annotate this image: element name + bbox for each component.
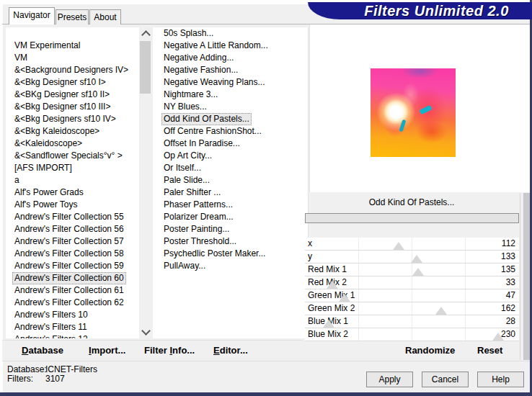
slider-row[interactable]: Green Mix 2162 — [305, 302, 519, 315]
filters-count-value: 3107 — [45, 374, 65, 384]
list-item[interactable]: Nightmare 3... — [153, 89, 308, 101]
list-item[interactable]: &<Bkg Kaleidoscope> — [6, 125, 139, 138]
list-item[interactable]: Psychedlic Poster Maker... — [153, 248, 308, 260]
list-item[interactable]: Op Art City... — [153, 150, 308, 162]
list-item[interactable]: Andrew's Filter Collection 59 — [6, 260, 139, 272]
slider-label: Red Mix 1 — [308, 264, 347, 276]
help-button[interactable]: Help — [477, 372, 524, 387]
slider-row[interactable]: Blue Mix 128 — [305, 315, 519, 328]
editor-button[interactable]: Editor... — [213, 345, 248, 356]
list-item[interactable]: VM — [6, 52, 139, 64]
list-item[interactable]: Alf's Power Grads — [6, 186, 139, 199]
list-item[interactable]: Andrew's Filter Collection 55 — [6, 211, 139, 223]
slider-thumb[interactable] — [327, 281, 338, 289]
list-item[interactable]: Phaser Patterns... — [153, 199, 308, 211]
list-item[interactable]: PullAway... — [153, 260, 308, 272]
list-item[interactable]: Polarizer Dream... — [153, 211, 308, 223]
list-item[interactable]: Negative Fashion... — [153, 64, 308, 76]
app-title: Filters Unlimited 2.0 — [364, 3, 509, 19]
list-item[interactable]: VM Experimental — [6, 40, 139, 52]
list-item[interactable]: Poster Threshold... — [153, 235, 308, 248]
slider-label: Blue Mix 2 — [308, 328, 348, 341]
list-item[interactable]: Negative Adding... — [153, 52, 308, 64]
scrollbar-thumb[interactable] — [140, 41, 151, 94]
preview-cyan-streak — [399, 120, 407, 132]
slider-list: x112y133Red Mix 1135Red Mix 233Green Mix… — [305, 238, 519, 341]
list-item[interactable]: Offset In Paradise... — [153, 138, 308, 150]
scroll-down-icon[interactable] — [141, 326, 151, 336]
list-item[interactable]: &<BKg Designer sf10 II> — [6, 89, 139, 101]
apply-button[interactable]: Apply — [366, 372, 413, 387]
filter-list[interactable]: 50s Splash...Negative A Little Random...… — [153, 27, 309, 338]
list-item[interactable]: Off Centre FashionShot... — [153, 125, 308, 138]
slider-row[interactable]: Red Mix 1135 — [305, 264, 519, 276]
list-item[interactable]: &<Background Designers IV> — [6, 64, 139, 76]
list-item[interactable]: Andrew's Filter Collection 60 — [6, 272, 139, 284]
list-item[interactable]: a — [6, 174, 139, 186]
scroll-up-icon[interactable] — [141, 30, 151, 40]
slider-row[interactable]: y133 — [305, 251, 519, 264]
list-item[interactable] — [6, 27, 139, 40]
slider-row[interactable]: Red Mix 233 — [305, 276, 519, 289]
navigator-list[interactable]: VM ExperimentalVM&<Background Designers … — [6, 27, 139, 338]
list-item[interactable]: Andrew's Filters 11 — [6, 321, 139, 333]
parameters-scrollbar[interactable] — [523, 193, 530, 360]
slider-thumb[interactable] — [393, 242, 404, 250]
cancel-button[interactable]: Cancel — [422, 372, 469, 387]
tab-presets[interactable]: Presets — [56, 9, 89, 24]
preview-cyan-streak — [420, 105, 433, 115]
list-item[interactable]: Alf's Power Toys — [6, 199, 139, 211]
navigator-scrollbar[interactable] — [139, 27, 151, 338]
list-item[interactable]: Andrew's Filters 10 — [6, 309, 139, 321]
list-item[interactable]: Pale Slide... — [153, 174, 308, 186]
filters-count-label: Filters: — [7, 374, 45, 384]
slider-value: 133 — [501, 251, 515, 263]
list-item[interactable]: Andrew's Filter Collection 58 — [6, 248, 139, 260]
list-item[interactable]: &<Kaleidoscope> — [6, 138, 139, 150]
slider-thumb[interactable] — [492, 333, 504, 341]
slider-thumb[interactable] — [412, 268, 424, 276]
progress-bar — [305, 213, 519, 223]
selected-filter-title: Odd Kind Of Pastels... — [304, 194, 519, 211]
tab-navigator[interactable]: Navigator — [9, 7, 55, 24]
filter-preview-image — [371, 68, 456, 157]
list-item[interactable]: Paler Shifter ... — [153, 186, 308, 199]
randomize-button[interactable]: Randomize — [405, 345, 455, 356]
slider-value: 33 — [506, 276, 515, 289]
page-bottom-divider — [2, 361, 530, 361]
list-item[interactable]: Andrew's Filter Collection 62 — [6, 297, 139, 309]
list-item[interactable]: &<Bkg Designer sf10 III> — [6, 101, 139, 113]
list-item[interactable]: Andrew's Filter Collection 56 — [6, 223, 139, 235]
slider-thumb[interactable] — [411, 255, 422, 263]
list-item[interactable]: Odd Kind Of Pastels... — [153, 113, 308, 125]
database-button[interactable]: Database — [22, 345, 63, 356]
reset-button[interactable]: Reset — [477, 345, 502, 356]
database-status-value: ICNET-Filters — [45, 364, 97, 374]
import-button[interactable]: Import... — [89, 345, 125, 356]
filter-info-button[interactable]: Filter Info... — [144, 345, 195, 356]
list-item[interactable]: &<Sandflower Specials°v° > — [6, 150, 139, 162]
slider-value: 135 — [501, 264, 515, 276]
slider-thumb[interactable] — [339, 294, 350, 302]
list-item[interactable]: [AFS IMPORT] — [6, 162, 139, 174]
tab-about[interactable]: About — [89, 9, 121, 24]
parameters-divider — [520, 193, 520, 360]
list-item[interactable]: Poster Painting... — [153, 223, 308, 235]
list-item[interactable]: Andrew's Filter Collection 61 — [6, 284, 139, 297]
list-item[interactable]: NY Blues... — [153, 101, 308, 113]
list-item[interactable]: 50s Splash... — [153, 27, 308, 40]
slider-row[interactable]: Green Mix 147 — [305, 289, 519, 302]
slider-row[interactable]: Blue Mix 2230 — [305, 328, 519, 341]
list-item[interactable]: Or Itself... — [153, 162, 308, 174]
slider-value: 162 — [501, 302, 515, 315]
slider-thumb[interactable] — [323, 320, 334, 328]
list-item[interactable]: Negative A Little Random... — [153, 40, 308, 52]
list-item[interactable]: &<Bkg Designers sf10 IV> — [6, 113, 139, 125]
list-item[interactable]: Negative Weaving Plans... — [153, 76, 308, 89]
slider-row[interactable]: x112 — [305, 238, 519, 251]
list-item[interactable]: Andrew's Filter Collection 57 — [6, 235, 139, 248]
slider-thumb[interactable] — [435, 307, 447, 315]
list-item[interactable]: Andrew's Filters 12 — [6, 333, 139, 338]
list-item[interactable]: &<Bkg Designer sf10 I> — [6, 76, 139, 89]
slider-value: 112 — [502, 238, 515, 250]
